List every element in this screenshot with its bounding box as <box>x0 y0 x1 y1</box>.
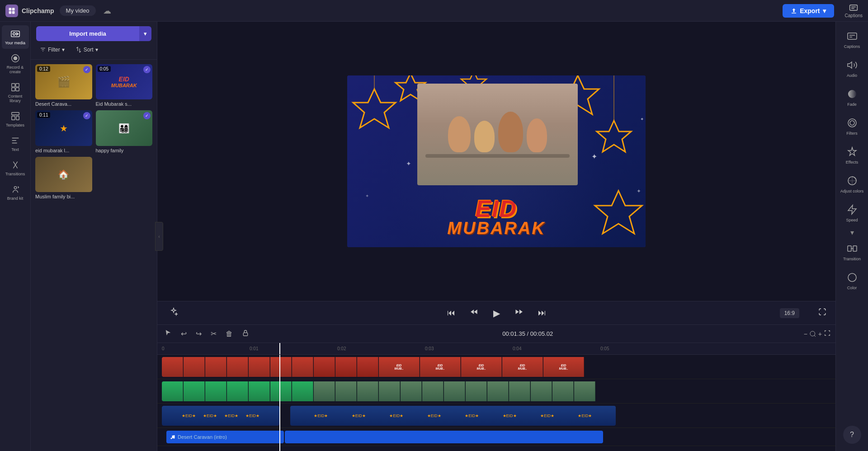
rp-filters-button[interactable]: Filters <box>838 112 867 140</box>
audio-clip-desert-caravan[interactable]: Desert Caravan (intro) <box>166 431 284 443</box>
right-panel-expand-button[interactable]: ▾ <box>846 228 859 237</box>
eid-mubarak-title: EID MUBARAK <box>447 197 545 238</box>
media-item-eid-mubarak[interactable]: EID MUBARAK 0:05 ✓ Eid Mubarak s... <box>96 64 153 107</box>
svg-point-40 <box>848 90 856 98</box>
sidebar-item-your-media[interactable]: Your media <box>2 25 29 49</box>
audio-clip-desert-caravan-continued[interactable] <box>285 431 603 443</box>
svg-rect-11 <box>11 84 14 87</box>
svg-rect-13 <box>11 88 14 91</box>
svg-rect-34 <box>243 333 247 336</box>
timeline-ruler: 0 0:01 0:02 0:03 0:04 0:05 <box>157 343 835 355</box>
timeline-tracks: EIDMUB.. EIDMUB.. EIDMUB.. EIDMUB.. EIDM <box>157 355 835 451</box>
svg-rect-14 <box>15 88 19 91</box>
timeline-zoom-controls: − + <box>804 329 831 338</box>
timeline-toolbar: ↩ ↪ ✂ 🗑 00:01.35 / 00:05.02 − + <box>157 325 835 343</box>
rp-captions-button[interactable]: Captions <box>838 25 867 53</box>
rp-adjust-colors-button[interactable]: Adjust colors <box>838 170 867 198</box>
skip-forward-button[interactable]: ⏭ <box>535 305 549 320</box>
svg-marker-19 <box>353 89 396 128</box>
svg-text:✦: ✦ <box>365 193 369 198</box>
timeline: ↩ ↪ ✂ 🗑 00:01.35 / 00:05.02 − + <box>157 324 835 451</box>
sidebar-item-templates[interactable]: Templates <box>2 108 29 131</box>
media-check-icon4: ✓ <box>143 112 151 119</box>
filter-button[interactable]: Filter ▾ <box>36 45 68 55</box>
sidebar-item-record-create[interactable]: Record & create <box>2 50 29 78</box>
help-button[interactable]: ? <box>843 426 861 444</box>
timeline-undo-button[interactable]: ↩ <box>178 328 189 340</box>
media-item-desert[interactable]: 🎬 0:12 ✓ Desert Carava... <box>35 64 92 107</box>
svg-point-42 <box>850 121 854 125</box>
svg-marker-39 <box>848 62 852 68</box>
fullscreen-button[interactable] <box>818 308 826 318</box>
svg-rect-1 <box>12 8 15 10</box>
svg-rect-16 <box>11 116 14 120</box>
track-strip-eid-text[interactable]: ★EID★ ★EID★ ★EID★ ★EID★ ★EID★ ★EID★ ★EID… <box>162 406 835 426</box>
timeline-delete-button[interactable]: 🗑 <box>223 328 236 340</box>
rp-fade-button[interactable]: Fade <box>838 83 867 111</box>
timeline-track-eid-video: EIDMUB.. EIDMUB.. EIDMUB.. EIDMUB.. EIDM <box>157 355 835 379</box>
aspect-ratio-badge[interactable]: 16:9 <box>780 308 799 318</box>
video-title[interactable]: My video <box>60 5 96 16</box>
media-item-muslim-family[interactable]: 🏠 Muslim family bi... <box>35 157 92 199</box>
track-strip-eid[interactable]: EIDMUB.. EIDMUB.. EIDMUB.. EIDMUB.. EIDM <box>162 357 835 377</box>
right-panel: Captions Audio Fade Filters Effects <box>835 22 868 451</box>
svg-rect-12 <box>15 84 19 87</box>
media-check-icon3: ✓ <box>83 112 90 119</box>
sort-button[interactable]: Sort ▾ <box>72 45 102 55</box>
sidebar-item-text[interactable]: Text <box>2 132 29 155</box>
rp-speed-button[interactable]: Speed <box>838 199 867 227</box>
color-icon <box>846 271 859 284</box>
timeline-redo-button[interactable]: ↪ <box>193 328 204 340</box>
svg-rect-3 <box>12 11 15 14</box>
media-item-happy-family[interactable]: 👨‍👩‍👧‍👦 ✓ happy family <box>96 110 153 153</box>
rp-transition-button[interactable]: Transition <box>838 238 867 266</box>
play-button[interactable]: ▶ <box>491 305 503 321</box>
svg-rect-17 <box>16 116 19 120</box>
rp-effects-button[interactable]: Effects <box>838 141 867 169</box>
sidebar-item-brand-kit[interactable]: Brand kit <box>2 181 29 204</box>
import-media-button[interactable]: Import media <box>36 26 139 41</box>
media-check-icon: ✓ <box>83 66 90 73</box>
svg-rect-45 <box>853 246 857 251</box>
svg-rect-2 <box>9 11 12 14</box>
timeline-select-tool[interactable] <box>162 328 175 340</box>
filters-icon <box>846 117 859 129</box>
sidebar-item-transitions[interactable]: Transitions <box>2 156 29 180</box>
collapse-media-panel-button[interactable]: ‹ <box>155 222 163 251</box>
rewind-button[interactable] <box>467 305 481 321</box>
captions-panel-button[interactable]: Captions <box>845 3 863 18</box>
timeline-track-family-video <box>157 379 835 404</box>
rp-color-button[interactable]: Color <box>838 267 867 295</box>
svg-text:✦: ✦ <box>640 117 644 122</box>
rp-audio-button[interactable]: Audio <box>838 54 867 82</box>
timeline-cut-button[interactable]: ✂ <box>208 328 219 340</box>
transition-icon <box>846 242 859 255</box>
export-button[interactable]: Export ▾ <box>783 4 834 18</box>
adjust-colors-icon <box>846 174 859 187</box>
svg-rect-36 <box>848 33 857 39</box>
svg-text:✦: ✦ <box>591 153 597 160</box>
cloud-save-icon: ☁ <box>103 6 111 16</box>
forward-button[interactable] <box>512 305 526 321</box>
preview-area: ✦ ✦ ✦ ✦ ✦ <box>157 22 835 301</box>
center-area: ✦ ✦ ✦ ✦ ✦ <box>157 22 835 451</box>
preview-canvas: ✦ ✦ ✦ ✦ ✦ <box>347 75 646 247</box>
media-grid: 🎬 0:12 ✓ Desert Carava... EID MUBARAK 0:… <box>31 60 157 204</box>
zoom-out-button[interactable]: − <box>804 330 807 338</box>
media-item-eid-mubarak2[interactable]: ★ 0:11 ✓ eid mubarak l... <box>35 110 92 153</box>
zoom-in-button[interactable]: + <box>818 330 822 338</box>
svg-rect-4 <box>850 5 858 10</box>
fade-icon <box>846 88 859 100</box>
skip-back-button[interactable]: ⏮ <box>444 305 458 320</box>
svg-point-41 <box>848 119 856 127</box>
magic-edit-button[interactable] <box>166 305 181 321</box>
topbar: Clipchamp My video ☁ Export ▾ Captions <box>0 0 868 22</box>
app-name: Clipchamp <box>22 7 54 14</box>
track-strip-family[interactable] <box>162 381 835 401</box>
import-media-caret[interactable]: ▾ <box>139 26 151 41</box>
sidebar-item-content-library[interactable]: Content library <box>2 79 29 107</box>
svg-point-18 <box>14 187 17 189</box>
zoom-fit-button[interactable] <box>824 329 831 338</box>
svg-rect-15 <box>11 113 19 115</box>
timeline-lock-button[interactable] <box>239 328 252 340</box>
